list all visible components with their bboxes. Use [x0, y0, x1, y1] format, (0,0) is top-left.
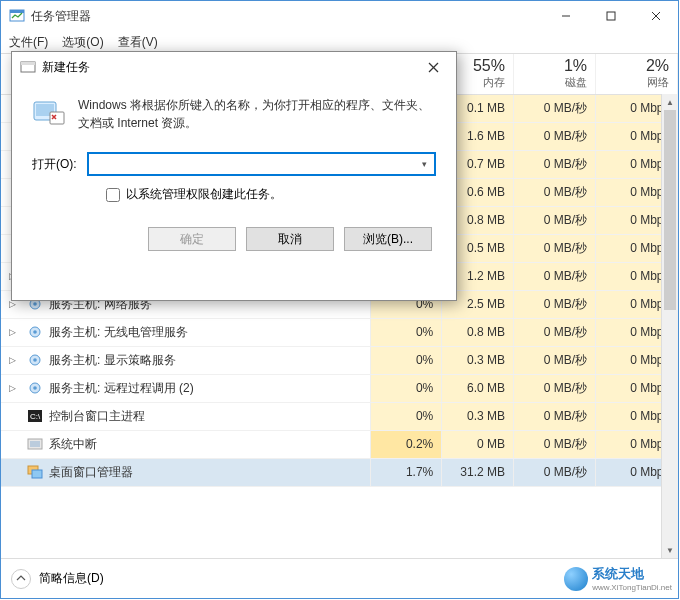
- cpu-cell: 0%: [370, 318, 442, 346]
- vertical-scrollbar[interactable]: ▲ ▼: [661, 94, 678, 558]
- run-dialog: 新建任务 Windows 将根据你所键入的名称，为你打开相应的程序、文件夹、文档…: [11, 51, 457, 301]
- dropdown-icon[interactable]: ▾: [419, 159, 430, 169]
- table-row[interactable]: ▷服务主机: 远程过程调用 (2) 0% 6.0 MB 0 MB/秒 0 Mbp…: [1, 374, 678, 402]
- svg-point-13: [33, 358, 37, 362]
- process-name: 桌面窗口管理器: [49, 464, 133, 481]
- process-name: 控制台窗口主进程: [49, 408, 145, 425]
- process-icon: C:\: [27, 408, 43, 424]
- cpu-cell: 0%: [370, 346, 442, 374]
- memory-cell: 6.0 MB: [442, 374, 514, 402]
- svg-point-11: [33, 330, 37, 334]
- app-icon: [9, 8, 25, 24]
- memory-cell: 0.8 MB: [442, 318, 514, 346]
- cancel-button[interactable]: 取消: [246, 227, 334, 251]
- watermark-logo-icon: [564, 567, 588, 591]
- dialog-title: 新建任务: [42, 59, 418, 76]
- disk-cell: 0 MB/秒: [514, 150, 596, 178]
- menu-view[interactable]: 查看(V): [118, 34, 158, 51]
- minimize-button[interactable]: [543, 1, 588, 31]
- svg-rect-3: [607, 12, 615, 20]
- dialog-description: Windows 将根据你所键入的名称，为你打开相应的程序、文件夹、文档或 Int…: [78, 96, 436, 132]
- close-button[interactable]: [633, 1, 678, 31]
- disk-cell: 0 MB/秒: [514, 122, 596, 150]
- col-network[interactable]: 2%网络: [596, 54, 678, 94]
- process-name: 服务主机: 远程过程调用 (2): [49, 380, 194, 397]
- disk-cell: 0 MB/秒: [514, 234, 596, 262]
- cpu-cell: 0%: [370, 374, 442, 402]
- svg-rect-23: [21, 62, 35, 65]
- cpu-cell: 1.7%: [370, 458, 442, 486]
- table-row[interactable]: ▷服务主机: 显示策略服务 0% 0.3 MB 0 MB/秒 0 Mbps: [1, 346, 678, 374]
- scroll-down-icon[interactable]: ▼: [662, 542, 678, 558]
- process-icon: [27, 352, 43, 368]
- statusbar: 简略信息(D) 系统天地www.XiTongTianDi.net: [1, 558, 678, 598]
- svg-rect-21: [32, 470, 42, 478]
- disk-cell: 0 MB/秒: [514, 458, 596, 486]
- process-icon: [27, 436, 43, 452]
- dialog-icon: [20, 59, 36, 75]
- svg-text:C:\: C:\: [30, 412, 41, 421]
- ok-button: 确定: [148, 227, 236, 251]
- expand-icon[interactable]: ▷: [9, 383, 21, 393]
- process-icon: [27, 464, 43, 480]
- window-title: 任务管理器: [31, 8, 543, 25]
- svg-point-9: [33, 302, 37, 306]
- admin-checkbox[interactable]: [106, 188, 120, 202]
- process-icon: [27, 324, 43, 340]
- memory-cell: 0 MB: [442, 430, 514, 458]
- fewer-details-link[interactable]: 简略信息(D): [39, 570, 104, 587]
- titlebar: 任务管理器: [1, 1, 678, 31]
- disk-cell: 0 MB/秒: [514, 262, 596, 290]
- svg-rect-1: [10, 10, 24, 13]
- memory-cell: 0.3 MB: [442, 346, 514, 374]
- admin-checkbox-label: 以系统管理权限创建此任务。: [126, 186, 282, 203]
- disk-cell: 0 MB/秒: [514, 346, 596, 374]
- disk-cell: 0 MB/秒: [514, 374, 596, 402]
- open-input[interactable]: [93, 157, 419, 171]
- expand-icon[interactable]: ▷: [9, 355, 21, 365]
- memory-cell: 31.2 MB: [442, 458, 514, 486]
- process-name: 服务主机: 显示策略服务: [49, 352, 176, 369]
- disk-cell: 0 MB/秒: [514, 206, 596, 234]
- scroll-up-icon[interactable]: ▲: [662, 94, 678, 110]
- disk-cell: 0 MB/秒: [514, 178, 596, 206]
- menu-options[interactable]: 选项(O): [62, 34, 103, 51]
- col-disk[interactable]: 1%磁盘: [514, 54, 596, 94]
- maximize-button[interactable]: [588, 1, 633, 31]
- svg-rect-19: [30, 441, 40, 447]
- disk-cell: 0 MB/秒: [514, 318, 596, 346]
- process-icon: [27, 380, 43, 396]
- fewer-details-icon[interactable]: [11, 569, 31, 589]
- cpu-cell: 0%: [370, 402, 442, 430]
- memory-cell: 0.3 MB: [442, 402, 514, 430]
- menubar: 文件(F) 选项(O) 查看(V): [1, 31, 678, 53]
- process-name: 系统中断: [49, 436, 97, 453]
- svg-point-15: [33, 386, 37, 390]
- open-label: 打开(O):: [32, 156, 77, 173]
- browse-button[interactable]: 浏览(B)...: [344, 227, 432, 251]
- process-name: 服务主机: 无线电管理服务: [49, 324, 188, 341]
- table-row[interactable]: C:\控制台窗口主进程 0% 0.3 MB 0 MB/秒 0 Mbps: [1, 402, 678, 430]
- watermark: 系统天地www.XiTongTianDi.net: [564, 565, 672, 592]
- disk-cell: 0 MB/秒: [514, 290, 596, 318]
- dialog-close-button[interactable]: [418, 52, 448, 82]
- scroll-thumb[interactable]: [664, 110, 676, 310]
- disk-cell: 0 MB/秒: [514, 402, 596, 430]
- menu-file[interactable]: 文件(F): [9, 34, 48, 51]
- table-row[interactable]: 系统中断 0.2% 0 MB 0 MB/秒 0 Mbps: [1, 430, 678, 458]
- run-icon: [32, 96, 66, 130]
- cpu-cell: 0.2%: [370, 430, 442, 458]
- disk-cell: 0 MB/秒: [514, 430, 596, 458]
- table-row[interactable]: 桌面窗口管理器 1.7% 31.2 MB 0 MB/秒 0 Mbps: [1, 458, 678, 486]
- table-row[interactable]: ▷服务主机: 无线电管理服务 0% 0.8 MB 0 MB/秒 0 Mbps: [1, 318, 678, 346]
- open-combobox[interactable]: ▾: [87, 152, 436, 176]
- expand-icon[interactable]: ▷: [9, 327, 21, 337]
- disk-cell: 0 MB/秒: [514, 94, 596, 122]
